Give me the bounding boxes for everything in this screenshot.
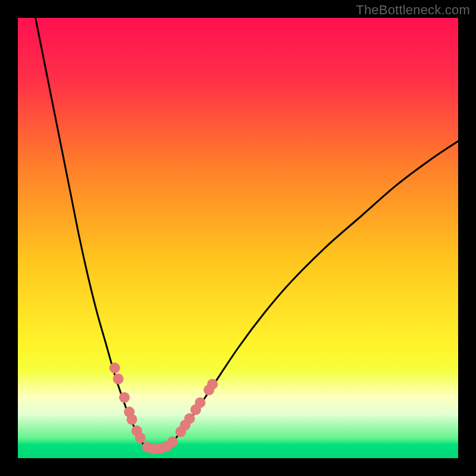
curve-svg bbox=[18, 18, 458, 458]
bottleneck-curve-left bbox=[36, 18, 149, 448]
sample-dot bbox=[135, 433, 146, 443]
sample-dot bbox=[119, 392, 130, 403]
plot-area bbox=[18, 18, 458, 458]
sample-dot bbox=[113, 374, 124, 384]
sample-dot bbox=[127, 414, 137, 425]
sample-dot bbox=[184, 413, 195, 424]
sample-dot bbox=[207, 379, 218, 390]
sample-dot bbox=[167, 437, 178, 447]
chart-stage: TheBottleneck.com bbox=[0, 0, 476, 476]
sample-dot bbox=[195, 397, 205, 408]
sample-dot bbox=[109, 362, 120, 373]
attribution-label: TheBottleneck.com bbox=[356, 2, 470, 18]
bottleneck-curve-right bbox=[165, 141, 458, 448]
